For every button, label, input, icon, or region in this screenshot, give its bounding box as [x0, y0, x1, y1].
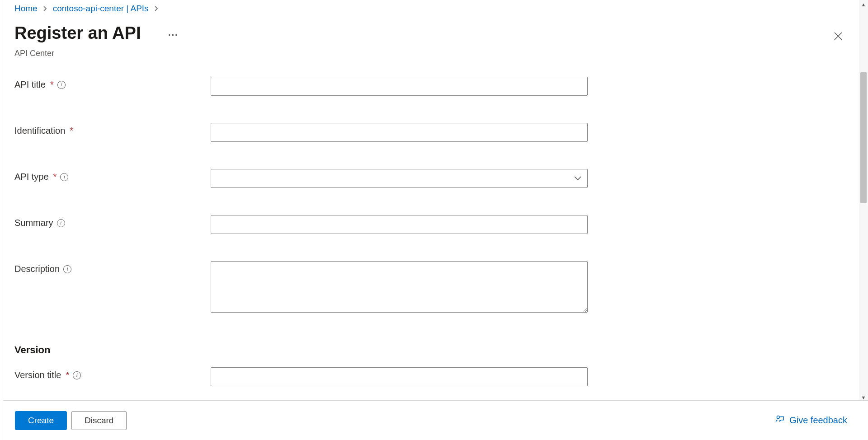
discard-button[interactable]: Discard: [71, 411, 127, 430]
required-marker: *: [53, 172, 57, 182]
identification-label-text: Identification: [14, 126, 65, 136]
close-icon: [834, 32, 843, 43]
summary-label-text: Summary: [14, 218, 53, 228]
api-type-select[interactable]: [211, 169, 588, 188]
info-icon[interactable]: i: [60, 173, 68, 181]
required-marker: *: [66, 370, 69, 380]
api-title-input[interactable]: [211, 77, 588, 96]
summary-label: Summary i: [14, 215, 211, 228]
page-title: Register an API: [14, 23, 141, 43]
scroll-up-icon[interactable]: ▲: [859, 0, 868, 9]
more-icon[interactable]: ···: [168, 30, 179, 40]
left-border-rule: [3, 0, 3, 440]
api-title-label: API title * i: [14, 77, 211, 90]
give-feedback-link[interactable]: Give feedback: [775, 414, 847, 426]
api-type-label: API type * i: [14, 169, 211, 182]
info-icon[interactable]: i: [57, 81, 66, 89]
create-button[interactable]: Create: [15, 411, 67, 430]
info-icon[interactable]: i: [57, 219, 65, 227]
api-title-label-text: API title: [14, 80, 46, 90]
description-label: Description i: [14, 261, 211, 274]
description-label-text: Description: [14, 264, 60, 274]
footer: Create Discard Give feedback: [3, 400, 868, 440]
scrollbar[interactable]: ▲ ▼: [859, 0, 868, 402]
info-icon[interactable]: i: [73, 371, 81, 379]
description-textarea[interactable]: [211, 261, 588, 313]
version-title-label: Version title * i: [14, 367, 211, 380]
feedback-icon: [775, 414, 785, 426]
scrollbar-thumb[interactable]: [860, 72, 867, 203]
info-icon[interactable]: i: [63, 265, 71, 273]
form: API title * i Identification * API type …: [14, 77, 850, 395]
api-type-label-text: API type: [14, 172, 49, 182]
breadcrumb-center[interactable]: contoso-api-center | APIs: [53, 4, 149, 14]
close-button[interactable]: [829, 28, 847, 46]
identification-input[interactable]: [211, 123, 588, 142]
identification-label: Identification *: [14, 123, 211, 136]
required-marker: *: [70, 126, 73, 136]
version-heading: Version: [14, 344, 850, 356]
breadcrumb-home[interactable]: Home: [14, 4, 38, 14]
svg-point-0: [777, 416, 780, 418]
chevron-right-icon: [43, 5, 47, 13]
version-title-input[interactable]: [211, 367, 588, 386]
page-subtitle: API Center: [14, 49, 54, 58]
required-marker: *: [50, 80, 54, 90]
feedback-label: Give feedback: [789, 415, 847, 426]
chevron-right-icon: [154, 5, 159, 13]
version-title-label-text: Version title: [14, 370, 61, 380]
breadcrumb: Home contoso-api-center | APIs: [14, 4, 159, 14]
summary-input[interactable]: [211, 215, 588, 234]
